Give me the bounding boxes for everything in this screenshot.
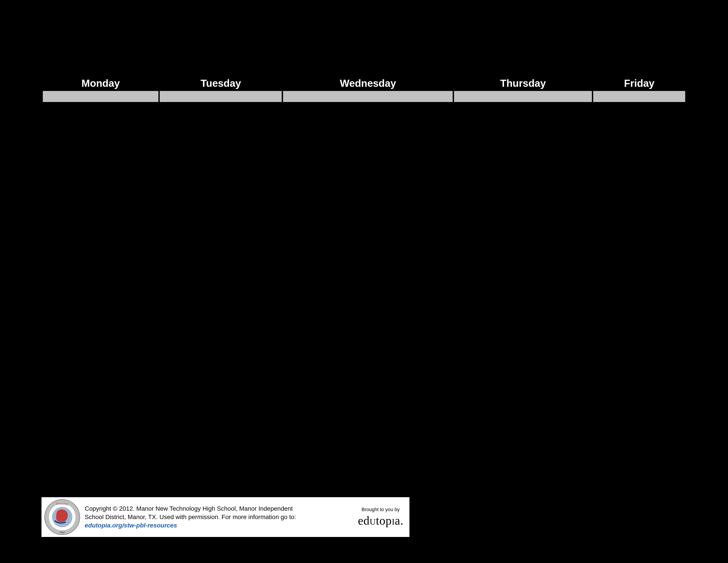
- weekday-header-row: Monday Tuesday Wednesday Thursday Friday: [43, 76, 685, 91]
- day-cell: [160, 91, 282, 102]
- day-cell: [593, 91, 685, 102]
- footer-copyright: Copyright © 2012. Manor New Technology H…: [85, 505, 358, 529]
- footer-link[interactable]: edutopia.org/stw-pbl-resources: [85, 522, 177, 529]
- day-cell: [454, 91, 592, 102]
- day-header-monday: Monday: [43, 76, 158, 91]
- day-cell: [43, 91, 158, 102]
- footer-credit-box: Technology High Copyright © 2012. Manor …: [41, 497, 409, 537]
- school-logo-icon: Technology High: [44, 499, 81, 536]
- day-header-thursday: Thursday: [454, 76, 592, 91]
- day-header-wednesday: Wednesday: [283, 76, 453, 91]
- day-cell: [283, 91, 453, 102]
- svg-text:High: High: [59, 531, 65, 534]
- day-header-friday: Friday: [593, 76, 685, 91]
- weekday-header-table: Monday Tuesday Wednesday Thursday Friday: [41, 76, 687, 102]
- svg-text:Technology: Technology: [56, 502, 69, 505]
- brought-to-you-label: Brought to you by: [358, 507, 403, 512]
- copyright-line-2: School District, Manor, TX. Used with pe…: [85, 514, 296, 520]
- footer-brand-block: Brought to you by edutopia.: [358, 507, 409, 527]
- weekday-blank-row: [43, 91, 685, 102]
- edutopia-logo: edutopia.: [358, 514, 403, 527]
- day-header-tuesday: Tuesday: [160, 76, 282, 91]
- copyright-line-1: Copyright © 2012. Manor New Technology H…: [85, 505, 293, 512]
